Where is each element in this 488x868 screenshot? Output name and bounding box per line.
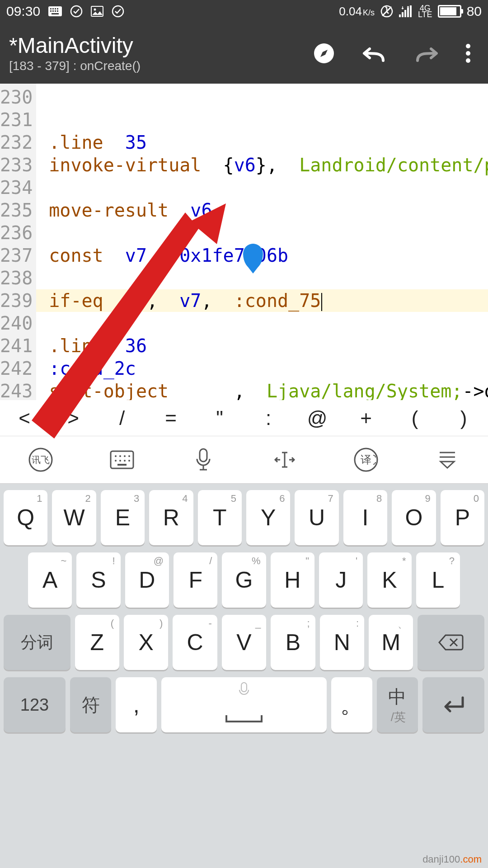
period-key[interactable]: 。 [331,677,372,732]
svg-rect-1 [50,8,52,9]
key-E[interactable]: 3E [101,490,145,545]
key-J[interactable]: 'J [319,552,363,608]
svg-point-12 [94,9,96,11]
line-gutter: 2302312322332342352362372382392402412422… [0,84,36,400]
code-line[interactable]: invoke-virtual {v6}, Landroid/content/pm… [49,154,488,176]
svg-point-30 [119,455,121,457]
line-number: 237 [0,244,36,267]
file-subtitle: [183 - 379] : onCreate() [9,59,313,73]
key-D[interactable]: @D [125,552,169,608]
symbol-key[interactable]: " [195,407,244,429]
key-N[interactable]: :N [320,615,364,670]
code-line[interactable]: :cond_2c [49,357,488,380]
battery-icon [438,5,461,18]
symbol-key[interactable]: : [244,407,293,429]
code-line[interactable]: const v7, 0x1fe7206b [49,244,488,267]
svg-rect-4 [57,8,58,9]
image-icon [91,6,103,17]
code-line[interactable] [49,267,488,289]
svg-point-36 [128,460,130,462]
backspace-key[interactable] [418,615,484,670]
key-T[interactable]: 5T [198,490,242,545]
redo-icon[interactable] [414,44,438,62]
ime-collapse-icon[interactable] [435,447,460,472]
code-editor[interactable]: 2302312322332342352362372382392402412422… [0,84,488,400]
key-B[interactable]: ;B [271,615,315,670]
svg-text:讯飞: 讯飞 [32,455,50,465]
key-K[interactable]: *K [367,552,411,608]
key-O[interactable]: 9O [392,490,436,545]
key-I[interactable]: 8I [343,490,387,545]
ime-brand-icon[interactable]: 讯飞 [28,447,53,472]
key-Y[interactable]: 6Y [246,490,290,545]
battery-percent: 80 [467,4,482,19]
symbol-key[interactable]: = [146,407,195,429]
code-line[interactable]: if-eq v6, v7, :cond_75 [36,289,488,312]
more-icon[interactable] [465,43,471,63]
svg-rect-43 [241,683,247,692]
symbol-key[interactable]: > [49,407,98,429]
compass-icon[interactable] [313,42,335,65]
svg-rect-5 [50,10,52,12]
symbol-key[interactable]: ( [390,407,439,429]
space-key[interactable] [161,677,326,732]
key-P[interactable]: 0P [441,490,484,545]
code-line[interactable]: .line 36 [49,335,488,357]
ime-mic-icon[interactable] [191,447,216,472]
code-line[interactable] [49,312,488,335]
numbers-key[interactable]: 123 [4,677,66,732]
key-W[interactable]: 2W [52,490,96,545]
svg-rect-28 [111,451,133,468]
segment-key[interactable]: 分词 [4,615,70,670]
key-Q[interactable]: 1Q [4,490,47,545]
key-S[interactable]: !S [76,552,120,608]
symbol-key[interactable]: + [342,407,390,429]
key-C[interactable]: -C [173,615,217,670]
key-G[interactable]: %G [222,552,266,608]
status-time: 09:30 [6,4,40,19]
symbol-shortcut-row: <>/=":@+() [0,400,488,436]
symbol-key[interactable]: / [98,407,146,429]
key-R[interactable]: 4R [149,490,193,545]
mute-icon [380,5,394,18]
svg-rect-38 [200,449,207,462]
code-line[interactable]: .line 35 [49,131,488,154]
key-A[interactable]: ~A [28,552,72,608]
key-V[interactable]: _V [222,615,266,670]
key-H[interactable]: "H [271,552,314,608]
svg-point-21 [466,44,470,48]
ime-keyboard-icon[interactable] [109,447,135,472]
status-bar: 09:30 0.04K/s 4GLTE 80 [0,0,488,23]
line-number: 236 [0,222,36,244]
line-number: 235 [0,199,36,222]
keyboard-status-icon [48,6,62,16]
code-line[interactable]: move-result v6 [49,199,488,222]
key-U[interactable]: 7U [295,490,338,545]
key-M[interactable]: 、M [369,615,413,670]
key-F[interactable]: /F [174,552,217,608]
svg-rect-18 [407,8,409,17]
network-speed: 0.04K/s [339,5,375,19]
line-number: 232 [0,131,36,154]
svg-point-31 [124,455,126,457]
code-content[interactable]: .line 35invoke-virtual {v6}, Landroid/co… [36,84,488,400]
code-line[interactable] [49,222,488,244]
symbol-key[interactable]: @ [293,407,342,429]
ime-cursor-icon[interactable] [272,447,297,472]
ime-translate-icon[interactable]: 译 [353,447,379,472]
language-key[interactable]: 中/英 [377,677,418,732]
undo-icon[interactable] [362,44,387,62]
enter-key[interactable] [422,677,484,732]
symbols-key[interactable]: 符 [70,677,111,732]
symbol-key[interactable]: ) [439,407,488,429]
watermark: danji100.com [422,854,482,865]
svg-point-33 [115,460,117,462]
key-L[interactable]: ?L [416,552,460,608]
key-X[interactable]: )X [124,615,168,670]
symbol-key[interactable]: < [0,407,49,429]
key-Z[interactable]: (Z [75,615,119,670]
svg-point-32 [128,455,130,457]
code-line[interactable]: sget-object , Ljava/lang/System;->out:Lj… [49,380,488,400]
code-line[interactable] [49,176,488,199]
comma-key[interactable]: , [116,677,157,732]
